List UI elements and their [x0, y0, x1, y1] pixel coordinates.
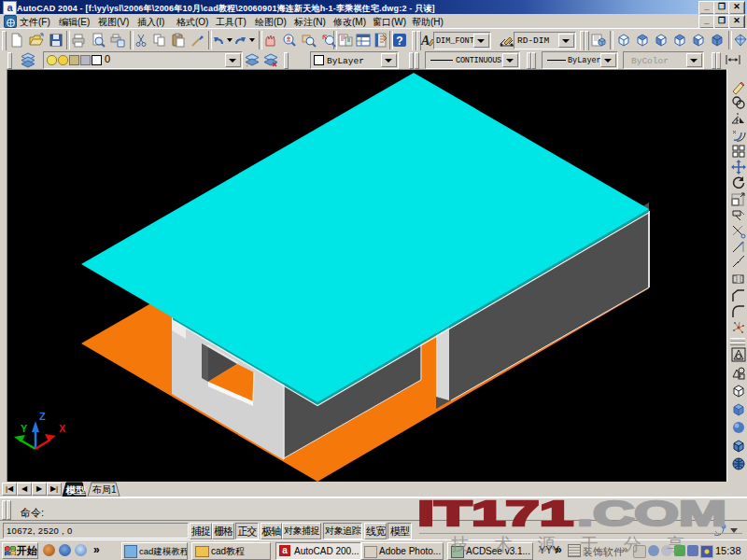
- svg-text:A: A: [420, 34, 430, 48]
- svg-text:X: X: [59, 423, 66, 434]
- svg-text:?: ?: [396, 35, 402, 48]
- svg-text:Y: Y: [21, 423, 28, 434]
- svg-text:Z: Z: [39, 411, 46, 422]
- svg-text:模型: 模型: [65, 484, 87, 496]
- svg-text:布局1: 布局1: [92, 484, 117, 495]
